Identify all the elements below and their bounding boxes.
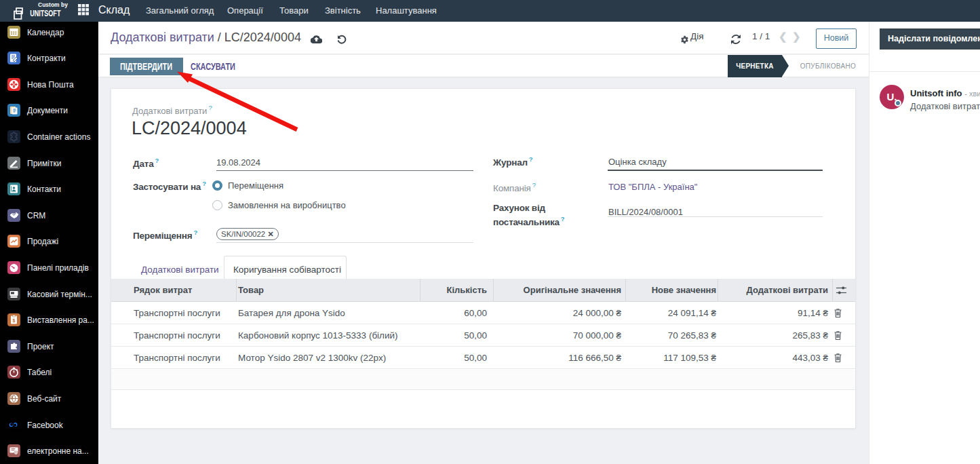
svg-text:$: $ [13, 318, 16, 324]
